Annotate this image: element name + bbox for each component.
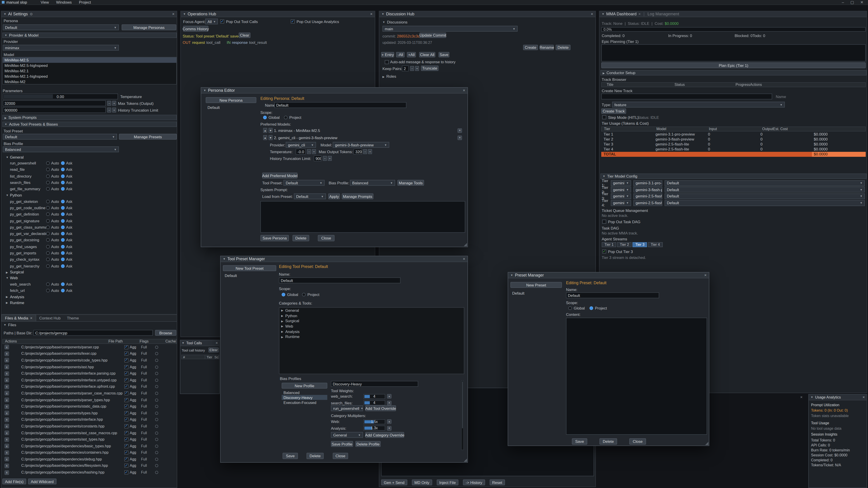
tier-preset-select[interactable]: Default▼	[664, 187, 865, 193]
delete-profile-button[interactable]: Delete Profile	[355, 441, 381, 447]
resize-grip[interactable]	[463, 458, 467, 462]
category-override-select[interactable]: General▼	[331, 432, 363, 438]
clear-all-button[interactable]: Clear All	[419, 52, 435, 57]
ask-radio[interactable]	[61, 251, 65, 255]
collapse-icon[interactable]: ▼	[381, 13, 384, 15]
category-node[interactable]: ▶ Python	[279, 313, 464, 318]
full-label[interactable]: Full	[141, 404, 147, 409]
bias-profile-item[interactable]: Discovery-Heavy	[282, 395, 327, 400]
expand-icon[interactable]: ▶	[281, 314, 285, 317]
new-tool-preset-button[interactable]: New Tool Preset	[223, 265, 276, 271]
auto-radio[interactable]	[46, 238, 50, 242]
tool-row[interactable]: search_files Auto Ask	[3, 180, 176, 186]
cache-indicator[interactable]	[155, 431, 158, 434]
full-label[interactable]: Full	[141, 411, 147, 415]
expand-icon[interactable]: ▶	[281, 325, 285, 328]
remove-file-button[interactable]: x	[4, 464, 9, 468]
model-select[interactable]: gemini-3-flash-preview▼	[333, 142, 389, 148]
full-label[interactable]: Full	[141, 464, 147, 468]
delete-tool-preset-button[interactable]: Delete	[307, 453, 324, 459]
pop-out-tool-calls-checkbox[interactable]	[220, 20, 224, 24]
history-limit-increment[interactable]: +	[112, 107, 116, 112]
provider-select[interactable]: minimax▼	[3, 45, 119, 51]
ask-radio[interactable]	[61, 174, 65, 178]
epic-prompt-input[interactable]	[601, 44, 866, 61]
persona-select[interactable]: Default▼	[3, 24, 119, 30]
close-icon[interactable]: ×	[463, 257, 465, 261]
cache-indicator[interactable]	[155, 438, 158, 441]
remove-multiplier-button[interactable]: ×	[387, 426, 392, 430]
bias-profile-select[interactable]: Balanced▼	[350, 180, 395, 186]
full-label[interactable]: Full	[141, 365, 147, 369]
tool-row[interactable]: py_get_imports Auto Ask	[3, 250, 176, 256]
cache-indicator[interactable]	[155, 346, 158, 349]
tool-row[interactable]: ▼ Web Auto Ask	[3, 275, 176, 281]
tool-calls-column[interactable]: Tier	[205, 355, 213, 359]
cache-indicator[interactable]	[155, 445, 158, 448]
close-icon[interactable]: ×	[30, 316, 33, 320]
remove-weight-button[interactable]: ×	[387, 400, 392, 405]
cache-indicator[interactable]	[155, 352, 158, 355]
tool-row[interactable]: ▼ Python Auto Ask	[3, 192, 176, 198]
history-limit-input[interactable]: 900000	[314, 156, 321, 161]
pop-out-tier3-checkbox[interactable]	[602, 250, 606, 254]
tool-row[interactable]: py_get_skeleton Auto Ask	[3, 198, 176, 205]
save-tool-preset-button[interactable]: Save	[283, 453, 298, 459]
cache-indicator[interactable]	[155, 418, 158, 421]
tier-provider-select[interactable]: gemini▼	[611, 193, 631, 199]
ask-radio[interactable]	[61, 238, 65, 242]
agg-checkbox[interactable]	[124, 352, 128, 356]
track-type-select[interactable]: feature▼	[612, 102, 785, 107]
manage-prompts-button[interactable]: Manage Prompts	[342, 193, 373, 199]
model-option[interactable]: MiniMax-M2.1-highspeed	[3, 74, 176, 79]
tool-row[interactable]: run_powershell Auto Ask	[3, 160, 176, 166]
model-option[interactable]: MiniMax-M2.5	[3, 57, 176, 63]
preset-list-item[interactable]: Default	[510, 291, 562, 296]
stream-tab[interactable]: Tier 1	[602, 242, 616, 247]
track-name-input[interactable]	[601, 94, 772, 99]
bias-scrollbar[interactable]	[461, 381, 464, 450]
multiplier-slider[interactable]: 1.5x	[364, 419, 385, 424]
add-preferred-model-button[interactable]: Add Preferred Model	[262, 173, 298, 178]
plan-epic-button[interactable]: Plan Epic (Tier 1)	[601, 62, 866, 68]
ask-radio[interactable]	[61, 168, 65, 171]
comms-history-button[interactable]: Comms History	[183, 26, 209, 32]
close-icon[interactable]: ×	[862, 395, 865, 399]
agg-checkbox[interactable]	[124, 464, 128, 468]
provider-select[interactable]: gemini_cli▼	[286, 142, 316, 148]
window-control-icon[interactable]: ✕	[860, 0, 864, 4]
browser-column-header[interactable]: Actions	[750, 83, 762, 87]
category-node[interactable]: ▶ Web	[279, 324, 464, 329]
preset-content-input[interactable]	[566, 318, 707, 435]
full-label[interactable]: Full	[141, 431, 147, 435]
remove-file-button[interactable]: x	[4, 424, 9, 429]
tool-row[interactable]: ▶ Analysis Auto Ask	[3, 294, 176, 300]
create-track-button[interactable]: Create Track	[601, 108, 626, 114]
remove-weight-button[interactable]: ×	[387, 394, 392, 398]
move-up-button[interactable]: ▲	[263, 135, 267, 140]
tier-preset-select[interactable]: Default▼	[664, 180, 865, 186]
status-clear-button[interactable]: Clear	[239, 33, 250, 38]
tool-row[interactable]: read_file Auto Ask	[3, 166, 176, 173]
window-control-icon[interactable]: ‒	[842, 0, 844, 4]
agg-checkbox[interactable]	[124, 398, 128, 402]
gear-icon[interactable]: ⚙	[30, 12, 33, 16]
keep-pairs-decrement[interactable]: −	[410, 66, 414, 71]
move-down-button[interactable]: ▼	[269, 135, 273, 140]
max-output-input[interactable]: 32000	[353, 149, 362, 155]
tool-row[interactable]: ▼ General Auto Ask	[3, 154, 176, 160]
bias-profile-item[interactable]: Execution-Focused	[282, 400, 327, 405]
category-node[interactable]: ▶ Surgical	[279, 318, 464, 324]
auto-radio[interactable]	[46, 245, 50, 248]
scope-global-radio[interactable]	[263, 116, 267, 119]
add-files-button[interactable]: Add File(s)	[2, 479, 26, 484]
save-profile-button[interactable]: Save Profile	[331, 441, 353, 447]
cache-indicator[interactable]	[155, 365, 158, 368]
focus-agent-select[interactable]: All▼	[205, 19, 218, 24]
tool-row[interactable]: list_directory Auto Ask	[3, 173, 176, 180]
auto-radio[interactable]	[46, 199, 50, 203]
agg-checkbox[interactable]	[124, 431, 128, 435]
remove-file-button[interactable]: x	[4, 345, 9, 350]
apply-button[interactable]: Apply	[328, 193, 340, 199]
remove-model-button[interactable]: ×	[458, 135, 462, 140]
